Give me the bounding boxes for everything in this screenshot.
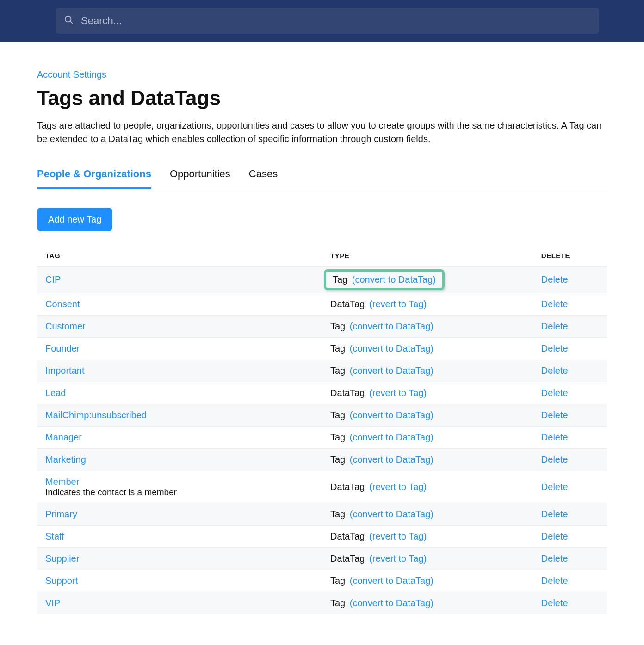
tag-cell: MemberIndicates the contact is a member — [37, 471, 322, 503]
delete-link[interactable]: Delete — [541, 576, 568, 586]
delete-cell: Delete — [533, 526, 607, 548]
table-row: MarketingTag (convert to DataTag)Delete — [37, 449, 607, 471]
delete-cell: Delete — [533, 360, 607, 382]
type-label: DataTag — [330, 299, 365, 309]
delete-link[interactable]: Delete — [541, 432, 568, 442]
delete-link[interactable]: Delete — [541, 299, 568, 309]
table-row: LeadDataTag (revert to Tag)Delete — [37, 382, 607, 404]
convert-to-datatag-link[interactable]: (convert to DataTag) — [350, 576, 433, 586]
delete-link[interactable]: Delete — [541, 598, 568, 608]
type-cell: Tag (convert to DataTag) — [322, 404, 533, 427]
delete-cell: Delete — [533, 570, 607, 592]
tag-name-link[interactable]: Support — [45, 576, 314, 586]
delete-cell: Delete — [533, 316, 607, 338]
convert-to-datatag-link[interactable]: (convert to DataTag) — [350, 598, 433, 608]
delete-cell: Delete — [533, 382, 607, 404]
highlight-box: Tag (convert to DataTag) — [324, 269, 445, 290]
tag-name-link[interactable]: Manager — [45, 432, 314, 443]
breadcrumb[interactable]: Account Settings — [37, 69, 607, 80]
type-label: Tag — [330, 366, 345, 376]
tag-name-link[interactable]: Staff — [45, 531, 314, 542]
revert-to-tag-link[interactable]: (revert to Tag) — [369, 531, 427, 541]
tab-cases[interactable]: Cases — [249, 168, 278, 189]
delete-cell: Delete — [533, 503, 607, 526]
delete-cell: Delete — [533, 404, 607, 427]
tag-name-link[interactable]: Consent — [45, 299, 314, 310]
delete-link[interactable]: Delete — [541, 366, 568, 376]
delete-link[interactable]: Delete — [541, 388, 568, 398]
tag-name-link[interactable]: Primary — [45, 509, 314, 520]
convert-to-datatag-link[interactable]: (convert to DataTag) — [350, 432, 433, 442]
revert-to-tag-link[interactable]: (revert to Tag) — [369, 388, 427, 398]
tab-people-organizations[interactable]: People & Organizations — [37, 168, 151, 189]
table-row: CIPTag (convert to DataTag)Delete — [37, 267, 607, 293]
tag-cell: VIP — [37, 592, 322, 614]
add-new-tag-button[interactable]: Add new Tag — [37, 208, 112, 231]
convert-to-datatag-link[interactable]: (convert to DataTag) — [350, 454, 433, 465]
convert-to-datatag-link[interactable]: (convert to DataTag) — [350, 343, 433, 354]
tag-name-link[interactable]: Lead — [45, 388, 314, 398]
tag-name-link[interactable]: CIP — [45, 274, 314, 285]
delete-link[interactable]: Delete — [541, 454, 568, 465]
tag-name-link[interactable]: Marketing — [45, 454, 314, 465]
delete-cell: Delete — [533, 471, 607, 503]
delete-cell: Delete — [533, 548, 607, 570]
page-title: Tags and DataTags — [37, 87, 607, 110]
table-row: PrimaryTag (convert to DataTag)Delete — [37, 503, 607, 526]
delete-link[interactable]: Delete — [541, 482, 568, 492]
tag-description: Indicates the contact is a member — [45, 487, 314, 497]
delete-link[interactable]: Delete — [541, 321, 568, 331]
tag-cell: Lead — [37, 382, 322, 404]
type-label: Tag — [330, 432, 345, 442]
delete-link[interactable]: Delete — [541, 274, 568, 285]
revert-to-tag-link[interactable]: (revert to Tag) — [369, 299, 427, 309]
type-cell: Tag (convert to DataTag) — [322, 427, 533, 449]
type-cell: DataTag (revert to Tag) — [322, 471, 533, 503]
type-cell: Tag (convert to DataTag) — [322, 316, 533, 338]
type-label: DataTag — [330, 482, 365, 492]
convert-to-datatag-link[interactable]: (convert to DataTag) — [350, 366, 433, 376]
delete-cell: Delete — [533, 449, 607, 471]
table-row: VIPTag (convert to DataTag)Delete — [37, 592, 607, 614]
tag-name-link[interactable]: Supplier — [45, 553, 314, 564]
tag-cell: CIP — [37, 267, 322, 293]
revert-to-tag-link[interactable]: (revert to Tag) — [369, 553, 427, 564]
tag-cell: Primary — [37, 503, 322, 526]
tag-name-link[interactable]: Customer — [45, 321, 314, 332]
type-label: Tag — [330, 454, 345, 465]
convert-to-datatag-link[interactable]: (convert to DataTag) — [350, 321, 433, 331]
top-bar — [0, 0, 644, 42]
tag-cell: Supplier — [37, 548, 322, 570]
tab-opportunities[interactable]: Opportunities — [170, 168, 230, 189]
type-cell: DataTag (revert to Tag) — [322, 293, 533, 316]
delete-link[interactable]: Delete — [541, 410, 568, 420]
delete-link[interactable]: Delete — [541, 509, 568, 519]
type-label: DataTag — [330, 553, 365, 564]
table-row: CustomerTag (convert to DataTag)Delete — [37, 316, 607, 338]
delete-link[interactable]: Delete — [541, 343, 568, 354]
type-label: Tag — [330, 343, 345, 354]
table-row: SupportTag (convert to DataTag)Delete — [37, 570, 607, 592]
search-wrap — [56, 8, 599, 34]
revert-to-tag-link[interactable]: (revert to Tag) — [369, 482, 427, 492]
tag-name-link[interactable]: Member — [45, 477, 314, 487]
tag-name-link[interactable]: Founder — [45, 343, 314, 354]
type-cell: Tag (convert to DataTag) — [322, 449, 533, 471]
delete-link[interactable]: Delete — [541, 553, 568, 564]
type-cell: Tag (convert to DataTag) — [322, 338, 533, 360]
tag-name-link[interactable]: VIP — [45, 598, 314, 608]
content: Account Settings Tags and DataTags Tags … — [0, 42, 644, 642]
tag-cell: Consent — [37, 293, 322, 316]
convert-to-datatag-link[interactable]: (convert to DataTag) — [350, 509, 433, 519]
tag-name-link[interactable]: Important — [45, 366, 314, 376]
convert-to-datatag-link[interactable]: (convert to DataTag) — [350, 410, 433, 420]
type-label: Tag — [330, 576, 345, 586]
search-input[interactable] — [56, 8, 599, 34]
delete-link[interactable]: Delete — [541, 531, 568, 541]
tag-cell: Manager — [37, 427, 322, 449]
page-description: Tags are attached to people, organizatio… — [37, 119, 607, 146]
convert-to-datatag-link[interactable]: (convert to DataTag) — [352, 274, 436, 285]
tag-cell: Marketing — [37, 449, 322, 471]
tag-name-link[interactable]: MailChimp:unsubscribed — [45, 410, 314, 421]
type-label: Tag — [330, 321, 345, 331]
